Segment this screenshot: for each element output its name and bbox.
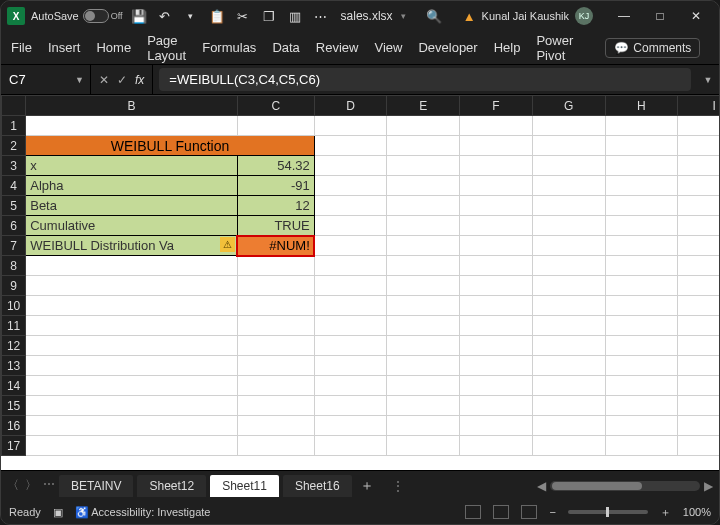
horizontal-scrollbar[interactable] <box>550 481 700 491</box>
row-header[interactable]: 1 <box>2 116 26 136</box>
row-header[interactable]: 11 <box>2 316 26 336</box>
autosave-group[interactable]: AutoSave Off <box>31 9 123 23</box>
redo-dropdown-icon[interactable]: ▾ <box>181 11 201 21</box>
excel-app-icon: X <box>7 7 25 25</box>
account-button[interactable]: Kunal Jai Kaushik KJ <box>482 7 593 25</box>
sheet-tab-sheet12[interactable]: Sheet12 <box>137 475 206 497</box>
cell-c5[interactable]: 12 <box>237 196 314 216</box>
zoom-out-icon[interactable]: − <box>549 506 555 518</box>
formula-expand-icon[interactable]: ▼ <box>697 65 719 94</box>
sheet-tab-betainv[interactable]: BETAINV <box>59 475 133 497</box>
row-header[interactable]: 15 <box>2 396 26 416</box>
fx-controls: ✕ ✓ fx <box>91 65 153 94</box>
ribbon-tab-powerpivot[interactable]: Power Pivot <box>536 33 573 63</box>
worksheet-grid[interactable]: B C D E F G H I 1 2 WEIBULL Function 3 x… <box>1 95 719 470</box>
fx-enter-icon[interactable]: ✓ <box>117 73 127 87</box>
ribbon-tab-insert[interactable]: Insert <box>48 40 81 55</box>
zoom-in-icon[interactable]: ＋ <box>660 505 671 520</box>
cell-c4[interactable]: -91 <box>237 176 314 196</box>
row-header[interactable]: 8 <box>2 256 26 276</box>
row-header[interactable]: 17 <box>2 436 26 456</box>
sheet-tab-sheet11[interactable]: Sheet11 <box>210 475 279 497</box>
ribbon-tab-pagelayout[interactable]: Page Layout <box>147 33 186 63</box>
select-all-corner[interactable] <box>2 96 26 116</box>
new-sheet-button[interactable]: ＋ <box>356 477 378 495</box>
ribbon-tab-developer[interactable]: Developer <box>418 40 477 55</box>
ribbon-tab-formulas[interactable]: Formulas <box>202 40 256 55</box>
page-layout-view-icon[interactable] <box>493 505 509 519</box>
cell-c7-selected[interactable]: #NUM! <box>237 236 314 256</box>
copy-icon[interactable]: ❐ <box>259 9 279 24</box>
cell-b6[interactable]: Cumulative <box>26 216 237 236</box>
comments-button[interactable]: 💬 Comments <box>605 38 700 58</box>
macro-record-icon[interactable]: ▣ <box>53 506 63 519</box>
search-icon[interactable]: 🔍 <box>424 9 444 24</box>
tab-prev-icon[interactable]: 〈 <box>7 477 19 494</box>
tab-next-icon[interactable]: 〉 <box>25 477 37 494</box>
row-header[interactable]: 2 <box>2 136 26 156</box>
cell-b3[interactable]: x <box>26 156 237 176</box>
ribbon-tab-view[interactable]: View <box>374 40 402 55</box>
hscroll-right-icon[interactable]: ▶ <box>704 479 713 493</box>
cell-b5[interactable]: Beta <box>26 196 237 216</box>
undo-icon[interactable]: ↶ <box>155 9 175 24</box>
title-bar: X AutoSave Off 💾 ↶ ▾ 📋 ✂ ❐ ▥ ⋯ sales.xls… <box>1 1 719 31</box>
row-header[interactable]: 6 <box>2 216 26 236</box>
col-header-e[interactable]: E <box>387 96 460 116</box>
minimize-button[interactable]: ― <box>607 3 641 29</box>
cell-header-title[interactable]: WEIBULL Function <box>26 136 315 156</box>
tab-menu-icon[interactable]: ⋮ <box>392 479 404 493</box>
cell-b7[interactable]: WEIBULL Distribution Va ⚠ <box>26 236 237 256</box>
row-header[interactable]: 4 <box>2 176 26 196</box>
autosave-toggle[interactable] <box>83 9 109 23</box>
cell-b4[interactable]: Alpha <box>26 176 237 196</box>
file-dropdown-icon[interactable]: ▾ <box>401 11 406 21</box>
ribbon-tab-home[interactable]: Home <box>96 40 131 55</box>
zoom-level[interactable]: 100% <box>683 506 711 518</box>
fx-icon[interactable]: fx <box>135 73 144 87</box>
name-box[interactable]: C7 ▼ <box>1 65 91 94</box>
namebox-dropdown-icon[interactable]: ▼ <box>75 75 84 85</box>
page-break-view-icon[interactable] <box>521 505 537 519</box>
fx-cancel-icon[interactable]: ✕ <box>99 73 109 87</box>
ribbon-tab-file[interactable]: File <box>11 40 32 55</box>
zoom-slider[interactable] <box>568 510 648 514</box>
row-header[interactable]: 12 <box>2 336 26 356</box>
col-header-f[interactable]: F <box>460 96 533 116</box>
cut-icon[interactable]: ✂ <box>233 9 253 24</box>
close-button[interactable]: ✕ <box>679 3 713 29</box>
ribbon-tab-data[interactable]: Data <box>272 40 299 55</box>
clipboard-icon[interactable]: 📋 <box>207 9 227 24</box>
row-header[interactable]: 14 <box>2 376 26 396</box>
more-qat-icon[interactable]: ⋯ <box>311 9 331 24</box>
formula-input[interactable]: =WEIBULL(C3,C4,C5,C6) <box>159 68 691 91</box>
normal-view-icon[interactable] <box>465 505 481 519</box>
col-header-b[interactable]: B <box>26 96 237 116</box>
row-header[interactable]: 5 <box>2 196 26 216</box>
paste-icon[interactable]: ▥ <box>285 9 305 24</box>
hscroll-left-icon[interactable]: ◀ <box>537 479 546 493</box>
col-header-d[interactable]: D <box>314 96 387 116</box>
cell-c6[interactable]: TRUE <box>237 216 314 236</box>
warning-icon[interactable]: ▲ <box>463 9 476 24</box>
col-header-h[interactable]: H <box>605 96 678 116</box>
row-header[interactable]: 16 <box>2 416 26 436</box>
ribbon-tab-help[interactable]: Help <box>494 40 521 55</box>
error-indicator-icon[interactable]: ⚠ <box>220 237 235 252</box>
ribbon-tab-review[interactable]: Review <box>316 40 359 55</box>
row-header[interactable]: 3 <box>2 156 26 176</box>
sheet-tab-bar: 〈 〉 ⋯ BETAINV Sheet12 Sheet11 Sheet16 ＋ … <box>1 470 719 500</box>
tab-more-icon[interactable]: ⋯ <box>43 477 55 494</box>
row-header[interactable]: 7 <box>2 236 26 256</box>
maximize-button[interactable]: □ <box>643 3 677 29</box>
sheet-tab-sheet16[interactable]: Sheet16 <box>283 475 352 497</box>
cell-c3[interactable]: 54.32 <box>237 156 314 176</box>
col-header-i[interactable]: I <box>678 96 719 116</box>
row-header[interactable]: 10 <box>2 296 26 316</box>
col-header-c[interactable]: C <box>237 96 314 116</box>
row-header[interactable]: 13 <box>2 356 26 376</box>
save-icon[interactable]: 💾 <box>129 9 149 24</box>
accessibility-status[interactable]: ♿ Accessibility: Investigate <box>75 506 211 519</box>
col-header-g[interactable]: G <box>532 96 605 116</box>
row-header[interactable]: 9 <box>2 276 26 296</box>
